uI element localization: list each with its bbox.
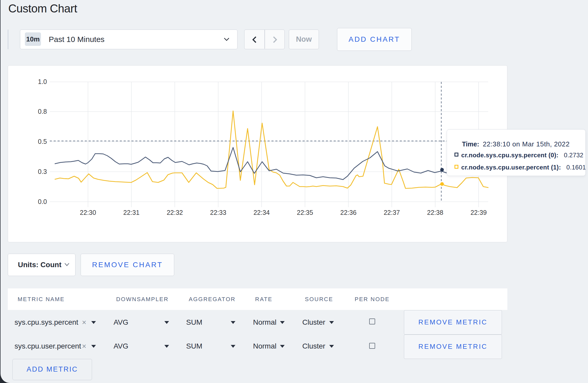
svg-text:22:31: 22:31: [123, 209, 140, 216]
svg-text:22:34: 22:34: [254, 209, 270, 216]
svg-text:22:38: 22:38: [427, 209, 443, 216]
svg-text:22:36: 22:36: [340, 209, 357, 216]
svg-text:22:37: 22:37: [384, 209, 400, 216]
svg-text:0.0: 0.0: [38, 198, 47, 205]
svg-text:0.5: 0.5: [38, 138, 47, 145]
svg-text:22:32: 22:32: [167, 209, 183, 216]
svg-text:22:35: 22:35: [297, 209, 313, 216]
svg-text:22:33: 22:33: [210, 209, 226, 216]
svg-text:1.0: 1.0: [38, 78, 47, 85]
svg-text:22:30: 22:30: [80, 209, 96, 216]
svg-text:22:39: 22:39: [471, 209, 487, 216]
svg-text:0.8: 0.8: [38, 108, 47, 115]
svg-text:0.3: 0.3: [38, 168, 47, 175]
